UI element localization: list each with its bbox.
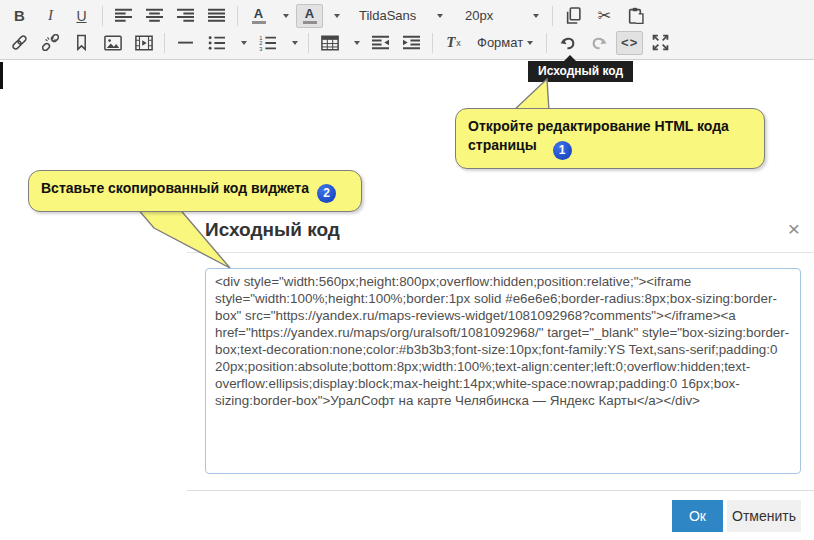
format-value: Формат (477, 35, 523, 50)
bullet-list-icon (208, 35, 225, 51)
unlink-icon (42, 34, 59, 51)
chevron-down-icon (354, 41, 360, 45)
link-button[interactable] (6, 31, 33, 55)
numbered-list-icon: 123 (259, 35, 276, 51)
indent-icon (403, 35, 420, 50)
step-1-badge: 1 (553, 141, 572, 160)
undo-button[interactable] (554, 31, 581, 55)
callout-2-text: Вставьте скопированный код виджета (41, 180, 309, 196)
align-left-button[interactable] (110, 4, 137, 28)
redo-icon (590, 34, 608, 51)
redo-button[interactable] (585, 31, 612, 55)
chevron-down-icon (283, 14, 289, 18)
underline-icon: U (76, 8, 86, 24)
bullet-list-dropdown[interactable] (234, 31, 250, 55)
paste-button[interactable] (622, 4, 649, 28)
bold-icon: B (14, 7, 25, 24)
italic-icon: I (48, 7, 53, 24)
text-color-button[interactable]: A (245, 4, 272, 28)
format-select[interactable]: Формат (471, 31, 539, 55)
text-color-icon: A (254, 7, 263, 20)
toolbar-separator (308, 33, 309, 53)
font-family-value: TildaSans (359, 8, 416, 23)
background-color-button[interactable]: A (296, 4, 323, 28)
indent-button[interactable] (398, 31, 425, 55)
toolbar-separator (102, 6, 103, 26)
font-size-value: 20px (465, 8, 493, 23)
chevron-down-icon (527, 41, 533, 45)
chevron-down-icon (241, 41, 247, 45)
video-icon (135, 35, 153, 51)
bookmark-icon (73, 34, 90, 51)
background-color-dropdown[interactable] (327, 4, 343, 28)
copy-button[interactable] (560, 4, 587, 28)
outdent-icon (372, 35, 389, 50)
toolbar-separator (552, 6, 553, 26)
step-2-badge: 2 (317, 184, 336, 203)
toolbar-row-2: 123 Tx Формат <> (4, 29, 814, 56)
callout-step-1: Откройте редактирование HTML кода страни… (455, 108, 765, 169)
image-icon (104, 35, 122, 51)
source-code-icon: <> (621, 35, 638, 50)
toolbar-separator (237, 6, 238, 26)
align-right-button[interactable] (172, 4, 199, 28)
numbered-list-dropdown[interactable] (285, 31, 301, 55)
close-icon[interactable]: × (788, 218, 800, 239)
align-right-icon (177, 8, 194, 23)
fullscreen-button[interactable] (647, 31, 674, 55)
cut-button[interactable]: ✂ (591, 4, 618, 28)
scissors-icon: ✂ (598, 6, 611, 25)
chevron-down-icon (533, 14, 539, 18)
table-icon (321, 35, 339, 51)
chevron-down-icon (437, 14, 443, 18)
bold-button[interactable]: B (6, 4, 33, 28)
background-color-icon: A (305, 7, 314, 20)
toolbar-row-1: B I U A A TildaSans 20px ✂ (4, 2, 814, 29)
media-button[interactable] (130, 31, 157, 55)
fullscreen-icon (652, 34, 669, 51)
text-color-bar (252, 21, 266, 24)
italic-button[interactable]: I (37, 4, 64, 28)
horizontal-rule-icon (177, 34, 194, 51)
horizontal-rule-button[interactable] (172, 31, 199, 55)
cancel-button[interactable]: Отменить (727, 500, 801, 532)
toolbar-separator (546, 33, 547, 53)
clear-formatting-button[interactable]: Tx (440, 31, 467, 55)
background-color-bar (303, 21, 317, 24)
tooltip-text: Исходный код (538, 64, 623, 78)
link-icon (11, 34, 28, 51)
undo-icon (559, 34, 577, 51)
numbered-list-button[interactable]: 123 (254, 31, 281, 55)
copy-icon (565, 7, 582, 24)
text-color-dropdown[interactable] (276, 4, 292, 28)
editor-toolbar: B I U A A TildaSans 20px ✂ 123 (0, 0, 814, 60)
bullet-list-button[interactable] (203, 31, 230, 55)
align-center-icon (146, 8, 163, 23)
chevron-down-icon (292, 41, 298, 45)
dialog-footer-divider (187, 490, 814, 491)
chevron-down-icon (334, 14, 340, 18)
table-button[interactable] (316, 31, 343, 55)
svg-text:3: 3 (259, 45, 262, 50)
align-center-button[interactable] (141, 4, 168, 28)
anchor-button[interactable] (68, 31, 95, 55)
ok-button[interactable]: Ок (672, 500, 723, 532)
dialog-header-divider (187, 252, 814, 253)
toolbar-separator (432, 33, 433, 53)
underline-button[interactable]: U (68, 4, 95, 28)
paste-icon (627, 7, 644, 24)
table-dropdown[interactable] (347, 31, 363, 55)
callout-step-2: Вставьте скопированный код виджета2 (28, 170, 362, 212)
source-code-dialog: Исходный код × <div style="width:560px;h… (186, 210, 814, 540)
align-justify-button[interactable] (203, 4, 230, 28)
font-family-select[interactable]: TildaSans (353, 4, 449, 28)
source-code-button[interactable]: <> (616, 31, 643, 55)
callout-1-text: Откройте редактирование HTML кода страни… (468, 118, 729, 153)
source-code-textarea[interactable]: <div style="width:560px;height:800px;ove… (205, 268, 801, 474)
align-justify-icon (208, 8, 225, 23)
unlink-button[interactable] (37, 31, 64, 55)
image-button[interactable] (99, 31, 126, 55)
outdent-button[interactable] (367, 31, 394, 55)
text-cursor (0, 62, 3, 89)
font-size-select[interactable]: 20px (459, 4, 545, 28)
